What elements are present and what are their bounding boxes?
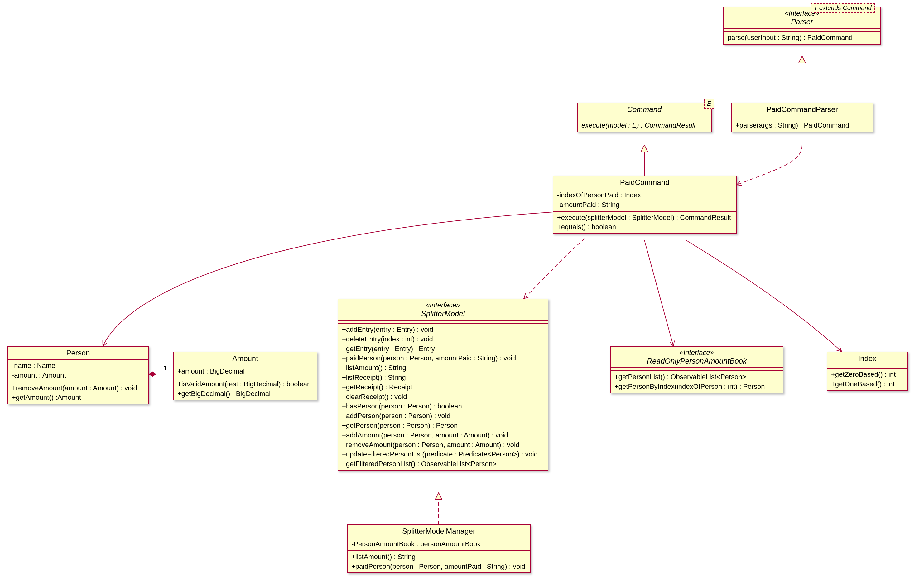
- attr: -name : Name: [12, 361, 144, 371]
- op: parse(userInput : String) : PaidCommand: [728, 33, 876, 43]
- attr: -indexOfPersonPaid : Index: [557, 190, 732, 200]
- attr: +amount : BigDecimal: [177, 367, 313, 376]
- class-paidcommandparser: PaidCommandParser +parse(args : String) …: [731, 103, 873, 132]
- op: +getBigDecimal() : BigDecimal: [177, 389, 313, 399]
- op: +paidPerson(person : Person, amountPaid …: [351, 562, 526, 571]
- uml-diagram: T extends Command «Interface» Parser par…: [0, 0, 924, 579]
- op: +getPersonList() : ObservableList<Person…: [614, 372, 779, 382]
- class-name: Amount: [177, 354, 313, 363]
- template-parser: T extends Command: [811, 3, 875, 13]
- op: execute(model : E) : CommandResult: [581, 121, 707, 130]
- attr: -amountPaid : String: [557, 200, 732, 210]
- class-paidcommand: PaidCommand -indexOfPersonPaid : Index -…: [553, 175, 737, 234]
- op: +getPersonByIndex(indexOfPerson : int) :…: [614, 382, 779, 392]
- class-roab: «Interface» ReadOnlyPersonAmountBook +ge…: [610, 346, 784, 394]
- edges: Person (long curve) --> ROAB --> Index -…: [0, 0, 924, 579]
- class-person: Person -name : Name -amount : Amount +re…: [8, 346, 149, 404]
- class-name: PaidCommand: [557, 178, 732, 187]
- stereo: «Interface»: [614, 348, 779, 357]
- attr: -PersonAmountBook : personAmountBook: [351, 540, 526, 549]
- multiplicity-amount: 1: [163, 364, 167, 372]
- class-name: Person: [12, 348, 144, 357]
- class-smm: SplitterModelManager -PersonAmountBook :…: [347, 525, 531, 573]
- op: +listAmount() : String: [351, 552, 526, 562]
- stereo: «Interface»: [342, 301, 544, 309]
- op: +equals() : boolean: [557, 222, 732, 232]
- attr: -amount : Amount: [12, 371, 144, 380]
- class-name: Command: [581, 105, 707, 114]
- class-index: Index +getZeroBased() : int +getOneBased…: [827, 352, 908, 391]
- class-command: Command execute(model : E) : CommandResu…: [577, 103, 712, 132]
- op: +parse(args : String) : PaidCommand: [735, 121, 869, 130]
- class-name: ReadOnlyPersonAmountBook: [614, 357, 779, 365]
- op: +execute(splitterModel : SplitterModel) …: [557, 213, 732, 222]
- class-name: SplitterModel: [342, 309, 544, 318]
- op: +getAmount() :Amount: [12, 393, 144, 402]
- class-splittermodel: «Interface» SplitterModel +addEntry(entr…: [338, 299, 549, 471]
- op: +getOneBased() : int: [831, 379, 903, 389]
- edge-pcp-pc: [737, 145, 802, 185]
- ops-splittermodel: +addEntry(entry : Entry) : void +deleteE…: [338, 324, 548, 470]
- edge-pc-sm: [524, 239, 585, 299]
- edge-pc-roab: [644, 240, 673, 346]
- class-amount: Amount +amount : BigDecimal +isValidAmou…: [173, 352, 317, 400]
- op: +removeAmount(amount : Amount) : void: [12, 383, 144, 393]
- class-name: SplitterModelManager: [351, 527, 526, 536]
- edge-pc-index: [686, 240, 842, 352]
- op: +getZeroBased() : int: [831, 370, 903, 379]
- class-name: Index: [831, 354, 903, 363]
- class-name: PaidCommandParser: [735, 105, 869, 114]
- op: +isValidAmount(test : BigDecimal) : bool…: [177, 379, 313, 389]
- template-command: E: [704, 99, 714, 108]
- class-name: Parser: [728, 18, 876, 26]
